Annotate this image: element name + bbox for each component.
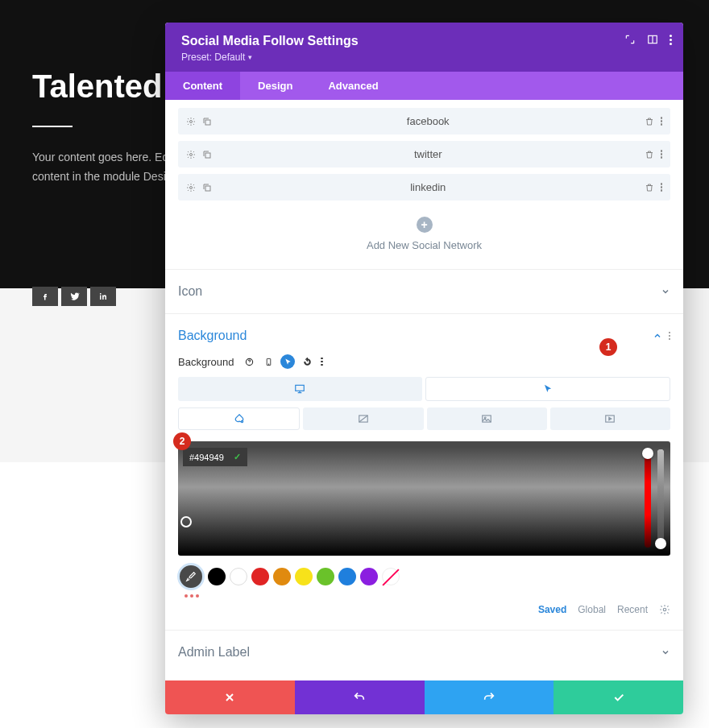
annotation-1: 1: [599, 338, 617, 356]
kebab-menu-icon[interactable]: [670, 35, 672, 45]
redo-button[interactable]: [425, 680, 554, 714]
swatch-row: [178, 556, 670, 593]
color-handle[interactable]: [180, 516, 192, 527]
chevron-down-icon: ▾: [248, 53, 252, 61]
eyedropper-swatch[interactable]: [178, 564, 204, 589]
alpha-slider[interactable]: [657, 449, 664, 548]
svg-rect-5: [205, 153, 210, 158]
kebab-menu-icon[interactable]: [321, 356, 323, 367]
tab-design[interactable]: Design: [240, 72, 310, 100]
network-row-twitter[interactable]: twitter: [178, 141, 670, 168]
svg-rect-11: [296, 385, 305, 391]
bg-gradient-tab[interactable]: [303, 407, 423, 430]
swatch-orange[interactable]: [273, 568, 291, 585]
add-network-label: Add New Social Network: [178, 239, 670, 251]
svg-point-4: [190, 153, 193, 155]
duplicate-icon[interactable]: [202, 183, 212, 192]
expand-icon[interactable]: [624, 34, 636, 45]
section-title: Icon: [178, 284, 202, 299]
gear-icon[interactable]: [186, 150, 196, 159]
swatch-white[interactable]: [230, 568, 247, 585]
network-label: linkedin: [212, 181, 645, 193]
social-linkedin-button[interactable]: [90, 287, 116, 306]
svg-rect-7: [205, 186, 210, 191]
section-background[interactable]: Background: [178, 317, 670, 354]
responsive-desktop-tab[interactable]: [178, 377, 422, 401]
network-row-linkedin[interactable]: linkedin: [178, 174, 670, 201]
kebab-menu-icon[interactable]: [661, 149, 663, 160]
svg-rect-3: [205, 120, 210, 125]
palette-saved-tab[interactable]: Saved: [538, 604, 566, 615]
kebab-menu-icon[interactable]: [669, 330, 671, 341]
trash-icon[interactable]: [645, 117, 654, 126]
background-label: Background: [178, 356, 234, 368]
settings-modal: Social Media Follow Settings Preset: Def…: [165, 23, 683, 714]
trash-icon[interactable]: [645, 183, 654, 192]
add-network-button[interactable]: +: [417, 217, 433, 233]
bg-color-tab[interactable]: [178, 407, 300, 430]
swatch-green[interactable]: [317, 568, 334, 585]
kebab-menu-icon[interactable]: [661, 182, 663, 193]
section-icon[interactable]: Icon: [178, 273, 670, 310]
section-title: Background: [178, 329, 247, 343]
cancel-button[interactable]: [165, 680, 295, 714]
svg-point-6: [190, 186, 193, 188]
swatch-none[interactable]: [382, 568, 400, 585]
swatch-purple[interactable]: [360, 568, 378, 585]
swatch-blue[interactable]: [338, 568, 356, 585]
color-picker-area[interactable]: #494949 ✓: [178, 441, 670, 556]
gear-icon[interactable]: [186, 117, 196, 126]
chevron-down-icon: [661, 287, 670, 296]
hue-slider[interactable]: [645, 449, 651, 548]
gear-icon[interactable]: [659, 604, 670, 615]
preset-selector[interactable]: Preset: Default ▾: [181, 52, 252, 63]
palette-recent-tab[interactable]: Recent: [617, 604, 648, 615]
hex-value: #494949: [189, 453, 224, 462]
chevron-up-icon: [653, 331, 662, 341]
social-facebook-button[interactable]: [32, 287, 58, 306]
swatch-black[interactable]: [208, 568, 226, 585]
chevron-down-icon: [661, 647, 670, 657]
help-icon[interactable]: [242, 354, 256, 369]
tab-content[interactable]: Content: [165, 72, 240, 100]
responsive-hover-tab[interactable]: [425, 377, 671, 401]
annotation-2: 2: [173, 432, 191, 450]
reset-icon[interactable]: [300, 354, 314, 369]
trash-icon[interactable]: [645, 150, 654, 159]
section-title: Admin Label: [178, 645, 250, 660]
tab-advanced[interactable]: Advanced: [310, 72, 396, 100]
network-row-facebook[interactable]: facebook: [178, 108, 670, 134]
more-swatches-icon[interactable]: [178, 593, 670, 604]
modal-footer: [165, 680, 683, 714]
network-label: twitter: [212, 148, 645, 160]
slider-knob[interactable]: [655, 538, 666, 549]
social-follow-bar: [32, 287, 119, 306]
tablet-icon[interactable]: [261, 354, 276, 369]
columns-icon[interactable]: [647, 34, 658, 45]
swatch-red[interactable]: [251, 568, 269, 585]
hover-icon[interactable]: [280, 354, 295, 369]
hex-input[interactable]: #494949 ✓: [183, 448, 247, 466]
background-field-row: Background: [178, 354, 670, 377]
gear-icon[interactable]: [186, 183, 196, 192]
check-icon[interactable]: ✓: [234, 452, 241, 462]
bg-image-tab[interactable]: [427, 407, 547, 430]
modal-title: Social Media Follow Settings: [181, 34, 667, 48]
duplicate-icon[interactable]: [202, 150, 212, 159]
palette-global-tab[interactable]: Global: [578, 604, 606, 615]
preset-label: Preset: Default: [181, 52, 245, 63]
svg-point-10: [268, 363, 269, 364]
title-underline: [32, 126, 73, 127]
svg-point-2: [190, 120, 193, 122]
duplicate-icon[interactable]: [202, 117, 212, 126]
slider-knob[interactable]: [642, 448, 653, 459]
swatch-yellow[interactable]: [295, 568, 313, 585]
undo-button[interactable]: [295, 680, 425, 714]
network-label: facebook: [212, 115, 645, 127]
bg-video-tab[interactable]: [550, 407, 670, 430]
modal-tabs: Content Design Advanced: [165, 72, 683, 100]
social-twitter-button[interactable]: [61, 287, 87, 306]
kebab-menu-icon[interactable]: [661, 116, 663, 127]
section-admin-label[interactable]: Admin Label: [178, 634, 670, 671]
save-button[interactable]: [554, 680, 683, 714]
